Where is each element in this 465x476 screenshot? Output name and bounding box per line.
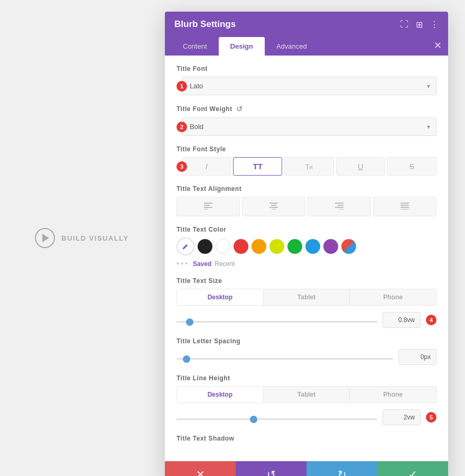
font-style-buttons-wrap: 3 I TT Tr U S xyxy=(182,157,436,176)
style-btn-smallcaps[interactable]: Tr xyxy=(284,157,333,176)
title-text-color-label: Title Text Color xyxy=(176,226,436,233)
style-btn-strikethrough[interactable]: S xyxy=(387,157,436,176)
font-style-buttons: I TT Tr U S xyxy=(182,157,436,176)
title-text-size-slider[interactable] xyxy=(176,321,377,323)
title-font-weight-dropdown: Thin Light Regular Bold Extra Bold ▾ xyxy=(182,117,436,136)
saved-link[interactable]: Saved xyxy=(193,260,211,268)
style-btn-underline[interactable]: U xyxy=(336,157,385,176)
badge-5: 5 xyxy=(426,412,436,423)
title-line-height-input[interactable] xyxy=(383,409,421,425)
color-black[interactable] xyxy=(198,239,212,254)
color-multicolor[interactable] xyxy=(341,239,356,254)
title-font-section: Title Font 1 Lato Open Sans Roboto Monts… xyxy=(176,65,436,95)
cancel-button[interactable]: ✕ xyxy=(165,461,236,476)
title-letter-spacing-slider[interactable] xyxy=(176,358,393,360)
tab-content[interactable]: Content xyxy=(171,37,219,56)
badge-3: 3 xyxy=(176,161,187,172)
color-yellow[interactable] xyxy=(269,239,284,254)
style-btn-bold[interactable]: TT xyxy=(233,157,282,176)
title-text-alignment-section: Title Text Alignment xyxy=(176,185,436,216)
title-font-weight-select[interactable]: Thin Light Regular Bold Extra Bold xyxy=(182,117,436,136)
title-letter-spacing-input[interactable] xyxy=(398,349,436,365)
modal-title: Blurb Settings xyxy=(174,19,236,30)
title-text-shadow-section: Title Text Shadow xyxy=(176,435,436,442)
title-text-size-section: Title Text Size Desktop Tablet Phone 4 xyxy=(176,277,436,328)
title-text-size-slider-wrap xyxy=(176,315,377,325)
title-line-height-section: Title Line Height Desktop Tablet Phone 5 xyxy=(176,374,436,425)
badge-1: 1 xyxy=(176,81,187,91)
recent-link[interactable]: Recent xyxy=(215,260,235,268)
build-visually-container: BUILD VISUALLY xyxy=(35,228,128,248)
title-line-height-slider-row: 5 xyxy=(176,409,436,425)
title-text-size-label: Title Text Size xyxy=(176,277,436,285)
title-line-height-device-tabs: Desktop Tablet Phone xyxy=(176,386,436,403)
redo-button[interactable]: ↻ xyxy=(306,461,377,476)
title-text-size-input[interactable] xyxy=(383,312,421,328)
tab-advanced[interactable]: Advanced xyxy=(265,37,319,56)
device-tab-phone-lh[interactable]: Phone xyxy=(350,387,436,402)
device-tab-desktop-size[interactable]: Desktop xyxy=(177,289,264,305)
font-weight-reset-icon[interactable]: ↺ xyxy=(236,105,243,113)
align-btn-right[interactable] xyxy=(308,197,371,216)
more-icon[interactable]: ⋮ xyxy=(430,20,439,30)
color-purple[interactable] xyxy=(323,239,338,254)
modal-header: Blurb Settings ⛶ ⊞ ⋮ xyxy=(165,12,448,37)
style-btn-italic[interactable]: I xyxy=(182,157,231,176)
header-icons: ⛶ ⊞ ⋮ xyxy=(400,20,439,30)
badge-4: 4 xyxy=(426,315,436,325)
title-font-weight-label: Title Font Weight ↺ xyxy=(176,105,436,113)
color-row xyxy=(176,237,436,255)
play-icon xyxy=(35,228,55,248)
modal-footer: ✕ ↺ ↻ ✓ xyxy=(165,461,448,476)
title-letter-spacing-section: Title Letter Spacing xyxy=(176,337,436,365)
device-tab-tablet-size[interactable]: Tablet xyxy=(264,289,350,305)
tab-design[interactable]: Design xyxy=(219,37,265,56)
title-font-style-section: Title Font Style 3 I TT Tr U S xyxy=(176,145,436,176)
badge-2: 2 xyxy=(176,122,187,132)
tabs-bar: Content Design Advanced ✕ xyxy=(165,37,448,56)
title-font-select[interactable]: Lato Open Sans Roboto Montserrat xyxy=(182,77,436,95)
title-font-weight-section: Title Font Weight ↺ 2 Thin Light Regular… xyxy=(176,105,436,136)
color-green[interactable] xyxy=(287,239,302,254)
fullscreen-icon[interactable]: ⛶ xyxy=(400,20,408,29)
title-letter-spacing-slider-row xyxy=(176,349,436,365)
reset-button[interactable]: ↺ xyxy=(236,461,306,476)
title-font-style-label: Title Font Style xyxy=(176,145,436,153)
title-font-label: Title Font xyxy=(176,65,436,72)
device-tab-desktop-lh[interactable]: Desktop xyxy=(177,387,264,402)
color-white[interactable] xyxy=(216,239,230,254)
close-button[interactable]: ✕ xyxy=(434,37,442,56)
blurb-settings-modal: Blurb Settings ⛶ ⊞ ⋮ Content Design Adva… xyxy=(165,12,448,476)
title-font-dropdown: Lato Open Sans Roboto Montserrat ▾ xyxy=(182,77,436,95)
align-btn-justify[interactable] xyxy=(373,197,436,216)
title-text-color-section: Title Text Color • • • Saved Recent xyxy=(176,226,436,268)
play-triangle xyxy=(42,234,49,242)
dots-icon: • • • xyxy=(176,260,188,268)
title-line-height-slider-wrap xyxy=(176,413,377,422)
align-btn-left[interactable] xyxy=(176,197,240,216)
background-area: BUILD VISUALLY xyxy=(0,0,164,476)
alignment-buttons xyxy=(176,197,436,216)
title-line-height-slider[interactable] xyxy=(176,418,377,420)
title-font-select-wrap: 1 Lato Open Sans Roboto Montserrat ▾ xyxy=(182,77,436,95)
build-visually-label: BUILD VISUALLY xyxy=(61,234,128,242)
modal-content: Title Font 1 Lato Open Sans Roboto Monts… xyxy=(165,56,448,461)
columns-icon[interactable]: ⊞ xyxy=(416,20,423,30)
save-button[interactable]: ✓ xyxy=(377,461,448,476)
title-text-alignment-label: Title Text Alignment xyxy=(176,185,436,193)
title-line-height-label: Title Line Height xyxy=(176,374,436,382)
title-letter-spacing-label: Title Letter Spacing xyxy=(176,337,436,345)
color-blue[interactable] xyxy=(305,239,320,254)
device-tab-tablet-lh[interactable]: Tablet xyxy=(264,387,350,402)
device-tab-phone-size[interactable]: Phone xyxy=(350,289,436,305)
title-font-weight-select-wrap: 2 Thin Light Regular Bold Extra Bold ▾ xyxy=(182,117,436,136)
color-saved-row: • • • Saved Recent xyxy=(176,260,436,268)
title-text-size-device-tabs: Desktop Tablet Phone xyxy=(176,289,436,306)
align-btn-center[interactable] xyxy=(242,197,305,216)
color-red[interactable] xyxy=(234,239,248,254)
color-picker-swatch[interactable] xyxy=(176,237,194,255)
title-text-shadow-label: Title Text Shadow xyxy=(176,435,436,442)
color-orange[interactable] xyxy=(252,239,266,254)
title-text-size-slider-row: 4 xyxy=(176,312,436,328)
title-letter-spacing-slider-wrap xyxy=(176,352,393,362)
